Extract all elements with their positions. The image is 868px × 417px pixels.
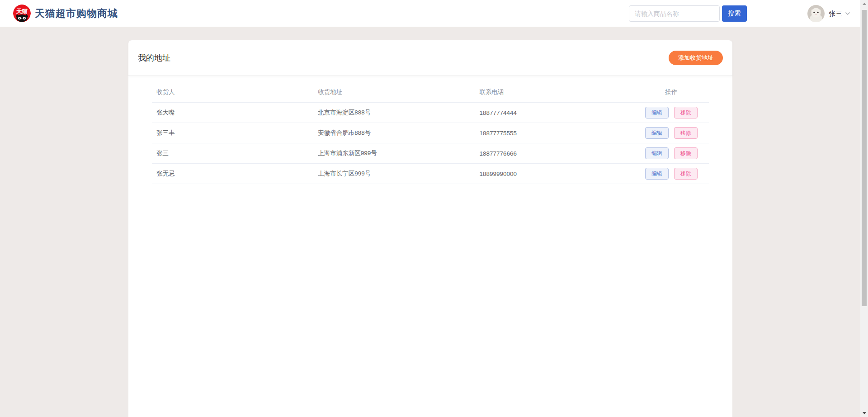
search-area: 搜索: [629, 5, 747, 22]
edit-button[interactable]: 编辑: [645, 147, 669, 159]
phone-cell: 18899990000: [475, 171, 634, 177]
brand: 天猫 天猫超市购物商城: [13, 5, 118, 22]
column-header-actions: 操作: [634, 88, 709, 96]
scroll-up-arrow-icon[interactable]: [860, 0, 868, 8]
search-button[interactable]: 搜索: [722, 5, 747, 22]
recipient-cell: 张三: [152, 149, 313, 157]
recipient-cell: 张无忌: [152, 170, 313, 178]
edit-button[interactable]: 编辑: [645, 107, 669, 118]
chevron-down-icon: [845, 12, 850, 15]
address-table: 收货人 收货地址 联系电话 操作 张大嘴 北京市海淀区888号 18877774…: [152, 76, 709, 184]
edit-button[interactable]: 编辑: [645, 168, 669, 180]
table-row: 张三丰 安徽省合肥市888号 18877775555 编辑 移除: [152, 123, 709, 143]
table-row: 张三 上海市浦东新区999号 18877776666 编辑 移除: [152, 143, 709, 164]
vertical-scrollbar[interactable]: [860, 0, 868, 417]
recipient-cell: 张三丰: [152, 129, 313, 137]
address-cell: 上海市浦东新区999号: [313, 149, 475, 157]
address-cell: 安徽省合肥市888号: [313, 129, 475, 137]
address-card: 我的地址 添加收货地址 收货人 收货地址 联系电话 操作 张大嘴 北京市海淀区8…: [128, 40, 732, 417]
svg-text:天猫: 天猫: [16, 8, 28, 14]
remove-button[interactable]: 移除: [674, 147, 698, 159]
actions-cell: 编辑 移除: [634, 127, 709, 139]
user-name: 张三: [829, 9, 842, 18]
avatar[interactable]: [807, 5, 825, 22]
card-header: 我的地址 添加收货地址: [128, 40, 732, 76]
table-row: 张大嘴 北京市海淀区888号 18877774444 编辑 移除: [152, 103, 709, 123]
column-header-address: 收货地址: [313, 88, 475, 96]
scrollbar-thumb[interactable]: [862, 10, 867, 306]
table-row: 张无忌 上海市长宁区999号 18899990000 编辑 移除: [152, 164, 709, 184]
edit-button[interactable]: 编辑: [645, 127, 669, 139]
remove-button[interactable]: 移除: [674, 168, 698, 180]
actions-cell: 编辑 移除: [634, 168, 709, 180]
page-title: 我的地址: [138, 52, 170, 63]
address-cell: 上海市长宁区999号: [313, 170, 475, 178]
column-header-phone: 联系电话: [475, 88, 634, 96]
actions-cell: 编辑 移除: [634, 147, 709, 159]
user-menu[interactable]: 张三: [807, 5, 850, 22]
search-input[interactable]: [629, 5, 720, 22]
remove-button[interactable]: 移除: [674, 127, 698, 139]
table-header-row: 收货人 收货地址 联系电话 操作: [152, 82, 709, 103]
phone-cell: 18877774444: [475, 109, 634, 116]
column-header-recipient: 收货人: [152, 88, 313, 96]
actions-cell: 编辑 移除: [634, 107, 709, 118]
phone-cell: 18877775555: [475, 130, 634, 137]
scroll-down-arrow-icon[interactable]: [860, 409, 868, 417]
tmall-logo-icon[interactable]: 天猫: [13, 5, 31, 22]
add-address-button[interactable]: 添加收货地址: [669, 51, 723, 65]
recipient-cell: 张大嘴: [152, 109, 313, 117]
site-title: 天猫超市购物商城: [35, 7, 118, 20]
address-cell: 北京市海淀区888号: [313, 109, 475, 117]
remove-button[interactable]: 移除: [674, 107, 698, 118]
phone-cell: 18877776666: [475, 150, 634, 157]
top-header: 天猫 天猫超市购物商城 搜索: [0, 0, 860, 27]
